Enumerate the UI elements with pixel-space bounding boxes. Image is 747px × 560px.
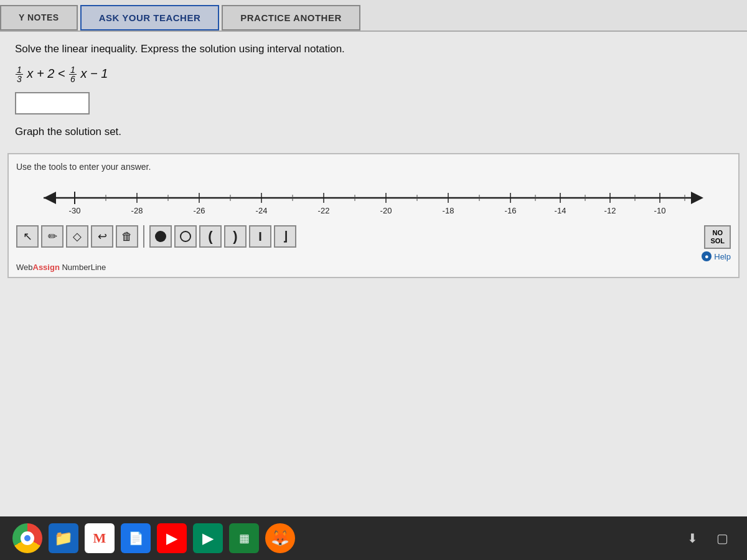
problem-area: Solve the linear inequality. Express the…: [0, 32, 747, 153]
fraction-2: 1 6: [69, 65, 77, 83]
frac1-denominator: 3: [16, 75, 23, 83]
taskbar-play[interactable]: ▶: [193, 523, 223, 553]
shape-tool-button[interactable]: ◇: [66, 225, 88, 248]
answer-input[interactable]: [15, 92, 90, 114]
label--12: -12: [604, 206, 616, 215]
center-bar-button[interactable]: I: [249, 225, 271, 248]
arrow-icon: ↖: [23, 230, 32, 243]
taskbar-docs[interactable]: 📄: [121, 523, 151, 553]
number-line-container[interactable]: -30 -28 -26 -24 -22 -20 -18: [16, 179, 731, 217]
gmail-icon: M: [93, 530, 106, 546]
filled-circle-button[interactable]: [149, 225, 172, 248]
diamond-icon: ◇: [73, 230, 82, 243]
web-text: Web: [16, 263, 33, 272]
help-icon: ●: [702, 251, 712, 261]
docs-icon: 📄: [128, 531, 144, 546]
equation-middle: x + 2 <: [27, 67, 65, 80]
sheets-icon: ▦: [239, 531, 250, 545]
label--18: -18: [443, 206, 454, 215]
left-paren-button[interactable]: (: [199, 225, 222, 248]
taskbar-files[interactable]: 📁: [49, 523, 78, 553]
label--10: -10: [654, 206, 666, 215]
pencil-icon: ✏: [48, 230, 57, 243]
tool-area: Use the tools to enter your answer. -30 …: [7, 153, 740, 278]
open-circle-icon: [180, 231, 191, 242]
number-line-svg[interactable]: -30 -28 -26 -24 -22 -20 -18: [16, 179, 731, 217]
taskbar-youtube[interactable]: ▶: [157, 523, 187, 553]
frac2-denominator: 6: [69, 75, 77, 83]
frac1-numerator: 1: [16, 65, 23, 75]
taskbar-gmail[interactable]: M: [85, 523, 115, 553]
label--28: -28: [131, 206, 143, 215]
trash-icon: 🗑: [121, 230, 133, 243]
left-paren-icon: (: [208, 228, 212, 245]
label--22: -22: [318, 206, 330, 215]
equation: 1 3 x + 2 < 1 6 x − 1: [15, 65, 732, 83]
undo-tool-button[interactable]: ↩: [91, 225, 113, 248]
tool-instruction: Use the tools to enter your answer.: [16, 162, 731, 172]
right-paren-button[interactable]: ): [224, 225, 247, 248]
help-label: Help: [714, 252, 731, 261]
youtube-icon: ▶: [166, 530, 177, 547]
tab-practice[interactable]: PRACTICE ANOTHER: [222, 5, 360, 30]
no-solution-button[interactable]: NOSOL: [704, 225, 731, 249]
files-icon: 📁: [54, 530, 73, 547]
tool-divider: [143, 225, 144, 248]
taskbar-sheets[interactable]: ▦: [229, 523, 259, 553]
webassign-label: WebAssign NumberLine: [16, 263, 106, 272]
window-icon-button[interactable]: ▢: [710, 526, 735, 551]
tool-footer: WebAssign NumberLine: [16, 263, 731, 272]
label--14: -14: [555, 206, 566, 215]
problem-instruction: Solve the linear inequality. Express the…: [15, 43, 732, 55]
play-icon: ▶: [202, 530, 214, 547]
tab-bar: Y NOTES ASK YOUR TEACHER PRACTICE ANOTHE…: [0, 0, 747, 32]
equation-end: x − 1: [80, 67, 108, 80]
tool-buttons: ↖ ✏ ◇ ↩ 🗑: [16, 225, 296, 248]
label--30: -30: [69, 206, 81, 215]
download-icon-button[interactable]: ⬇: [680, 526, 705, 551]
label--16: -16: [505, 206, 517, 215]
taskbar-right: ⬇ ▢: [680, 526, 735, 551]
right-bar-icon: ⌋: [283, 229, 288, 244]
delete-tool-button[interactable]: 🗑: [116, 225, 138, 248]
taskbar-chrome[interactable]: [12, 523, 42, 553]
numberline-text: NumberLine: [60, 263, 106, 272]
label--26: -26: [194, 206, 205, 215]
label--20: -20: [380, 206, 392, 215]
frac2-numerator: 1: [69, 65, 77, 75]
right-side-buttons: NOSOL ● Help: [702, 225, 731, 261]
center-bar-icon: I: [258, 230, 262, 244]
arrow-right: [691, 192, 703, 204]
fraction-1: 1 3: [16, 65, 23, 83]
open-circle-button[interactable]: [174, 225, 197, 248]
tab-notes[interactable]: Y NOTES: [0, 5, 78, 30]
taskbar-firefox[interactable]: 🦊: [265, 523, 295, 553]
undo-icon: ↩: [98, 230, 107, 243]
filled-circle-icon: [155, 231, 166, 242]
right-bar-button[interactable]: ⌋: [274, 225, 296, 248]
help-button[interactable]: ● Help: [702, 251, 731, 261]
firefox-icon: 🦊: [271, 530, 289, 547]
taskbar: 📁 M 📄 ▶ ▶ ▦ 🦊 ⬇ ▢: [0, 516, 747, 560]
select-tool-button[interactable]: ↖: [16, 225, 39, 248]
assign-text: Assign: [33, 263, 60, 272]
right-paren-icon: ): [233, 228, 237, 245]
pencil-tool-button[interactable]: ✏: [41, 225, 63, 248]
graph-label: Graph the solution set.: [15, 126, 732, 138]
tab-ask-teacher[interactable]: ASK YOUR TEACHER: [80, 5, 220, 30]
label--24: -24: [256, 206, 268, 215]
